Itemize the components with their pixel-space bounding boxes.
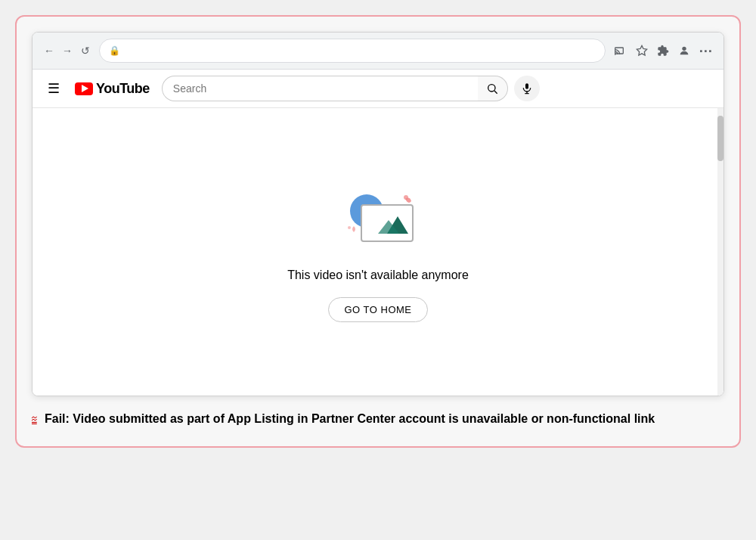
forward-button[interactable]: → [60,43,75,58]
yt-menu-button[interactable]: ☰ [45,77,63,100]
outer-container: ← → ↺ 🔒 [15,15,741,448]
svg-rect-6 [525,83,528,88]
scrollbar-thumb [717,116,723,161]
svg-point-3 [682,47,686,51]
yt-logo-text: YouTube [96,81,150,97]
cast-button[interactable] [612,42,630,60]
fail-message-container: ⩰ Fail: Video submitted as part of App L… [32,410,724,431]
browser-actions: ⋯ [612,42,714,60]
yt-logo[interactable]: YouTube [75,81,150,97]
svg-line-5 [494,91,497,94]
svg-point-14 [348,226,351,229]
yt-mic-button[interactable] [514,76,540,101]
address-bar: 🔒 [99,39,606,63]
more-icon: ⋯ [699,42,713,59]
yt-search-area [162,76,540,101]
profile-button[interactable] [675,42,693,60]
extensions-button[interactable] [654,42,672,60]
scrollbar-track[interactable] [717,108,723,396]
star-button[interactable] [633,42,651,60]
yt-logo-icon [75,82,93,95]
more-button[interactable]: ⋯ [696,42,714,60]
go-to-home-button[interactable]: GO TO HOME [328,297,427,322]
error-illustration [333,182,423,250]
refresh-button[interactable]: ↺ [78,43,93,58]
error-message: This video isn't available anymore [287,268,469,282]
fail-text: Fail: Video submitted as part of App Lis… [45,410,655,428]
browser-window: ← → ↺ 🔒 [32,32,724,396]
yt-search-input[interactable] [162,76,478,101]
svg-point-13 [404,195,408,200]
yt-search-button[interactable] [478,76,508,101]
fail-icon: ⩰ [32,411,39,431]
fail-text-bold: Fail: Video submitted as part of App Lis… [45,412,655,425]
svg-marker-2 [637,45,646,55]
svg-point-4 [488,85,495,92]
yt-play-triangle [82,85,88,92]
yt-content: This video isn't available anymore GO TO… [33,108,723,396]
lock-icon: 🔒 [109,45,120,56]
nav-buttons: ← → ↺ [42,43,93,58]
back-button[interactable]: ← [42,43,57,58]
browser-toolbar: ← → ↺ 🔒 [33,33,723,70]
yt-header: ☰ YouTube [33,70,723,108]
